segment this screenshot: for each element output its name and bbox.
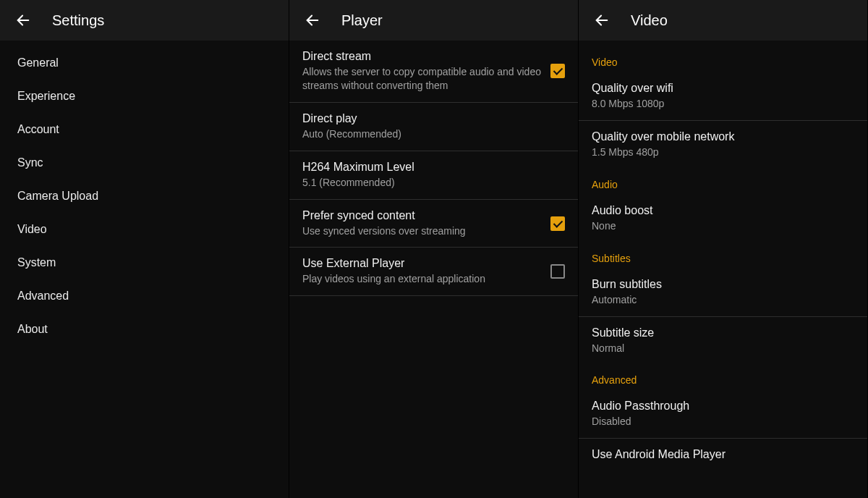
settings-item-system[interactable]: System <box>0 246 289 279</box>
setting-title: Subtitle size <box>592 326 846 339</box>
setting-sub: Auto (Recommended) <box>302 127 556 141</box>
settings-item-about[interactable]: About <box>0 313 289 346</box>
video-header: Video <box>579 0 867 41</box>
section-header-advanced: Advanced <box>579 364 867 390</box>
section-header-audio: Audio <box>579 169 867 195</box>
setting-text: Subtitle size Normal <box>592 326 854 355</box>
settings-item-video[interactable]: Video <box>0 213 289 246</box>
setting-text: Direct stream Allows the server to copy … <box>302 50 550 93</box>
section-header-video: Video <box>579 46 867 72</box>
setting-sub: 5.1 (Recommended) <box>302 176 556 190</box>
checkbox-direct-stream[interactable] <box>550 64 565 78</box>
video-title: Video <box>631 12 668 29</box>
setting-title: Use Android Media Player <box>592 448 846 461</box>
settings-panel: Settings General Experience Account Sync… <box>0 0 289 498</box>
settings-item-camera-upload[interactable]: Camera Upload <box>0 180 289 213</box>
settings-item-general[interactable]: General <box>0 46 289 80</box>
video-row-android-media-player[interactable]: Use Android Media Player <box>579 439 867 473</box>
video-row-quality-wifi[interactable]: Quality over wifi 8.0 Mbps 1080p <box>579 72 867 120</box>
setting-title: Quality over mobile network <box>592 130 846 143</box>
setting-sub: 1.5 Mbps 480p <box>592 145 846 159</box>
setting-sub: Disabled <box>592 415 846 429</box>
video-row-subtitle-size[interactable]: Subtitle size Normal <box>579 317 867 365</box>
setting-sub: 8.0 Mbps 1080p <box>592 97 846 111</box>
video-list: Video Quality over wifi 8.0 Mbps 1080p Q… <box>579 41 867 498</box>
settings-item-experience[interactable]: Experience <box>0 80 289 113</box>
setting-title: Direct play <box>302 112 556 125</box>
player-title: Player <box>341 12 383 29</box>
player-row-external-player[interactable]: Use External Player Play videos using an… <box>289 248 578 296</box>
video-row-audio-boost[interactable]: Audio boost None <box>579 195 867 242</box>
setting-title: Use External Player <box>302 257 542 270</box>
setting-title: Prefer synced content <box>302 209 542 222</box>
setting-sub: Normal <box>592 342 846 355</box>
player-row-direct-play[interactable]: Direct play Auto (Recommended) <box>289 103 578 151</box>
checkbox-prefer-synced[interactable] <box>550 216 565 231</box>
setting-text: Quality over wifi 8.0 Mbps 1080p <box>592 82 854 111</box>
player-row-direct-stream[interactable]: Direct stream Allows the server to copy … <box>289 41 578 103</box>
setting-sub: None <box>592 219 846 233</box>
setting-sub: Use synced versions over streaming <box>302 224 542 238</box>
video-row-audio-passthrough[interactable]: Audio Passthrough Disabled <box>579 390 867 438</box>
settings-header: Settings <box>0 0 289 41</box>
checkbox-external-player[interactable] <box>550 264 565 279</box>
setting-title: Audio Passthrough <box>592 400 846 413</box>
setting-sub: Allows the server to copy compatible aud… <box>302 65 542 93</box>
setting-text: H264 Maximum Level 5.1 (Recommended) <box>302 161 565 190</box>
player-list: Direct stream Allows the server to copy … <box>289 41 578 498</box>
back-icon[interactable] <box>14 12 32 29</box>
setting-text: Use External Player Play videos using an… <box>302 257 550 286</box>
settings-title: Settings <box>52 12 104 29</box>
settings-item-sync[interactable]: Sync <box>0 146 289 180</box>
setting-sub: Play videos using an external applicatio… <box>302 272 542 286</box>
settings-list: General Experience Account Sync Camera U… <box>0 41 289 498</box>
setting-text: Audio boost None <box>592 204 854 233</box>
settings-item-advanced[interactable]: Advanced <box>0 279 289 313</box>
setting-title: Burn subtitles <box>592 278 846 291</box>
setting-sub: Automatic <box>592 293 846 307</box>
setting-title: Direct stream <box>302 50 542 63</box>
player-row-prefer-synced[interactable]: Prefer synced content Use synced version… <box>289 200 578 248</box>
section-header-subtitles: Subtitles <box>579 242 867 269</box>
player-header: Player <box>289 0 578 41</box>
video-panel: Video Video Quality over wifi 8.0 Mbps 1… <box>579 0 868 498</box>
setting-text: Burn subtitles Automatic <box>592 278 854 307</box>
setting-text: Direct play Auto (Recommended) <box>302 112 565 141</box>
player-row-h264[interactable]: H264 Maximum Level 5.1 (Recommended) <box>289 151 578 200</box>
setting-text: Audio Passthrough Disabled <box>592 400 854 429</box>
setting-text: Use Android Media Player <box>592 448 854 463</box>
setting-title: Quality over wifi <box>592 82 846 95</box>
player-panel: Player Direct stream Allows the server t… <box>289 0 579 498</box>
back-icon[interactable] <box>304 12 321 29</box>
video-row-quality-mobile[interactable]: Quality over mobile network 1.5 Mbps 480… <box>579 121 867 169</box>
video-row-burn-subtitles[interactable]: Burn subtitles Automatic <box>579 269 867 316</box>
setting-title: H264 Maximum Level <box>302 161 556 174</box>
setting-title: Audio boost <box>592 204 846 217</box>
settings-item-account[interactable]: Account <box>0 113 289 146</box>
setting-text: Quality over mobile network 1.5 Mbps 480… <box>592 130 854 159</box>
back-icon[interactable] <box>593 12 610 29</box>
setting-text: Prefer synced content Use synced version… <box>302 209 550 238</box>
